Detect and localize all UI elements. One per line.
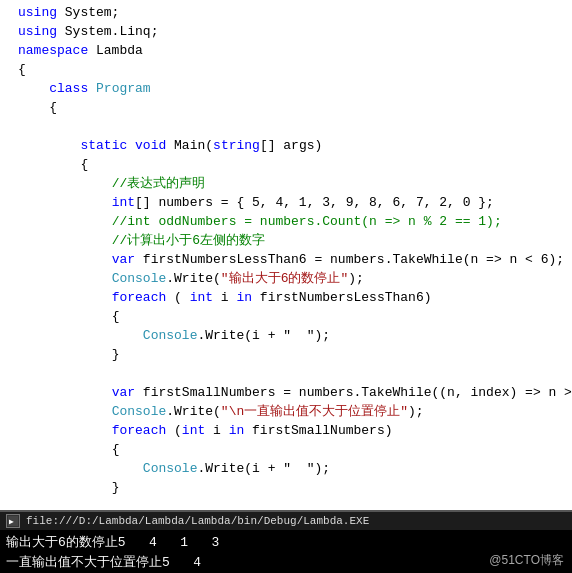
code-line: { — [10, 308, 572, 327]
line-content: { — [18, 61, 572, 80]
code-editor: using System;using System.Linq;namespace… — [0, 0, 572, 510]
line-content: Console.Write("\n一直输出值不大于位置停止"); — [18, 403, 572, 422]
line-content: Console.Write("输出大于6的数停止"); — [18, 270, 572, 289]
code-line: namespace Lambda — [10, 42, 572, 61]
code-line: foreach (int i in firstSmallNumbers) — [10, 422, 572, 441]
code-line: using System.Linq; — [10, 23, 572, 42]
terminal-output-line2: 一直输出值不大于位置停止5 4 — [6, 553, 566, 573]
line-content: } — [18, 479, 572, 498]
line-content: foreach (int i in firstSmallNumbers) — [18, 422, 572, 441]
code-line: using System; — [10, 4, 572, 23]
code-line: { — [10, 441, 572, 460]
line-content: //int oddNumbers = numbers.Count(n => n … — [18, 213, 572, 232]
code-line — [10, 365, 572, 384]
code-line — [10, 118, 572, 137]
code-line: var firstSmallNumbers = numbers.TakeWhil… — [10, 384, 572, 403]
code-line: { — [10, 99, 572, 118]
code-area: using System;using System.Linq;namespace… — [0, 4, 572, 510]
line-content: { — [18, 99, 572, 118]
terminal-output: 输出大于6的数停止5 4 1 3 一直输出值不大于位置停止5 4 @51CTO博… — [0, 530, 572, 573]
line-content: int[] numbers = { 5, 4, 1, 3, 9, 8, 6, 7… — [18, 194, 572, 213]
code-line: //表达式的声明 — [10, 175, 572, 194]
code-line: //int oddNumbers = numbers.Count(n => n … — [10, 213, 572, 232]
code-line: static void Main(string[] args) — [10, 137, 572, 156]
terminal-icon: ▶ — [6, 514, 20, 528]
code-line: Console.Write(i + " "); — [10, 327, 572, 346]
code-line: } — [10, 346, 572, 365]
line-content: { — [18, 441, 572, 460]
line-content: class Program — [18, 80, 572, 99]
line-content: { — [18, 308, 572, 327]
line-content: //表达式的声明 — [18, 175, 572, 194]
code-line: foreach ( int i in firstNumbersLessThan6… — [10, 289, 572, 308]
terminal-titlebar: ▶ file:///D:/Lambda/Lambda/Lambda/bin/De… — [0, 510, 572, 530]
line-content: foreach ( int i in firstNumbersLessThan6… — [18, 289, 572, 308]
code-line: } — [10, 479, 572, 498]
code-line — [10, 498, 572, 510]
line-content: using System; — [18, 4, 572, 23]
line-content: var firstSmallNumbers = numbers.TakeWhil… — [18, 384, 572, 403]
line-content: Console.Write(i + " "); — [18, 460, 572, 479]
line-content: static void Main(string[] args) — [18, 137, 572, 156]
terminal-output-line1: 输出大于6的数停止5 4 1 3 — [6, 533, 566, 553]
terminal-title: file:///D:/Lambda/Lambda/Lambda/bin/Debu… — [26, 515, 369, 527]
code-line: { — [10, 156, 572, 175]
code-line: Console.Write("\n一直输出值不大于位置停止"); — [10, 403, 572, 422]
code-line: class Program — [10, 80, 572, 99]
line-content: Console.Write(i + " "); — [18, 327, 572, 346]
code-line: //计算出小于6左侧的数字 — [10, 232, 572, 251]
svg-text:▶: ▶ — [9, 517, 14, 526]
code-line: Console.Write("输出大于6的数停止"); — [10, 270, 572, 289]
code-line: Console.Write(i + " "); — [10, 460, 572, 479]
code-line: var firstNumbersLessThan6 = numbers.Take… — [10, 251, 572, 270]
line-content: var firstNumbersLessThan6 = numbers.Take… — [18, 251, 572, 270]
line-content: } — [18, 346, 572, 365]
watermark: @51CTO博客 — [489, 552, 564, 569]
code-line: int[] numbers = { 5, 4, 1, 3, 9, 8, 6, 7… — [10, 194, 572, 213]
line-content: namespace Lambda — [18, 42, 572, 61]
code-line: { — [10, 61, 572, 80]
line-content: { — [18, 156, 572, 175]
line-content: using System.Linq; — [18, 23, 572, 42]
line-content: //计算出小于6左侧的数字 — [18, 232, 572, 251]
